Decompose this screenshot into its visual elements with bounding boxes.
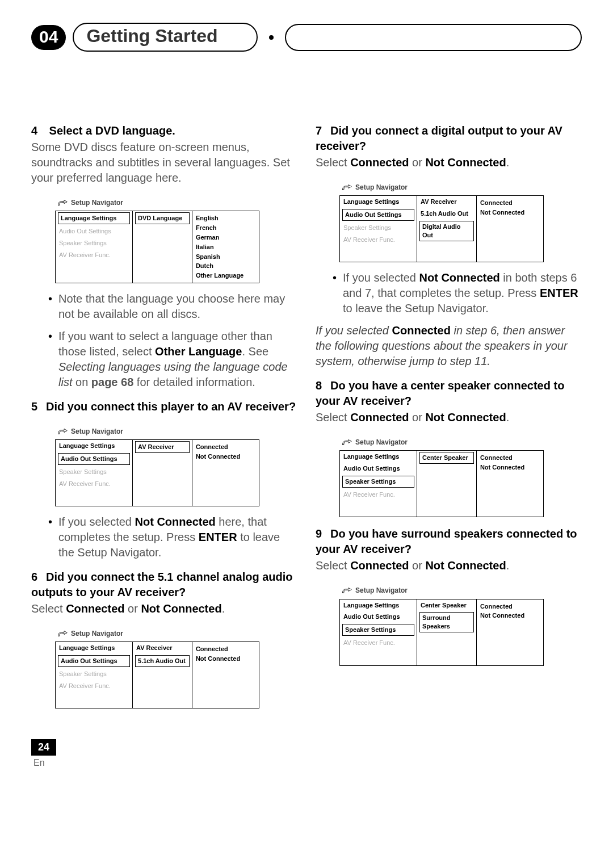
nav-left-item: Speaker Settings xyxy=(342,476,414,488)
nav-step4: Setup Navigator Language SettingsAudio O… xyxy=(55,197,259,283)
nav-left-item: Language Settings xyxy=(340,599,417,611)
nav-mid-item: AV Receiver xyxy=(417,196,476,208)
nav-right-item: French xyxy=(196,223,255,233)
page-lang: En xyxy=(33,758,582,768)
nav-right-item: Not Connected xyxy=(480,611,540,620)
nav-right-item: Not Connected xyxy=(480,463,540,472)
nav-left-item: Speaker Settings xyxy=(342,624,414,636)
chapter-number: 04 xyxy=(31,25,66,50)
nav-step6: Setup Navigator Language SettingsAudio O… xyxy=(55,628,259,708)
step4-body: Some DVD discs feature on-screen menus, … xyxy=(31,140,297,186)
nav-mid-item: AV Receiver xyxy=(133,642,192,654)
nav-left-item: AV Receiver Func. xyxy=(340,637,417,649)
nav-title: Setup Navigator xyxy=(71,198,123,207)
page-footer: 24 En xyxy=(31,739,582,768)
nav-left-item: AV Receiver Func. xyxy=(340,234,417,246)
nav-left-item: Language Settings xyxy=(56,440,132,452)
nav-mid-item: DVD Language xyxy=(135,212,190,224)
nav-mid-item: AV Receiver xyxy=(135,441,190,453)
step6-head: 6Did you connect the 5.1 channel analog … xyxy=(31,569,297,600)
nav-right-item: German xyxy=(196,233,255,242)
nav-step9: Setup Navigator Language SettingsAudio O… xyxy=(339,585,544,665)
chapter-title: Getting Started xyxy=(86,26,217,46)
nav-left-item: AV Receiver Func. xyxy=(56,478,132,490)
nav-mid-item: Digital Audio Out xyxy=(419,221,474,241)
step4-head: 4 Select a DVD language. xyxy=(31,123,297,139)
step4-title: Select a DVD language. xyxy=(49,124,175,137)
nav-left-item: AV Receiver Func. xyxy=(56,680,132,692)
nav-left-item: Audio Out Settings xyxy=(58,655,130,667)
nav-left-item: Speaker Settings xyxy=(56,668,132,680)
setup-navigator-icon xyxy=(342,439,352,446)
nav-step5: Setup Navigator Language SettingsAudio O… xyxy=(55,426,259,506)
setup-navigator-icon xyxy=(57,630,68,637)
step7-head: 7Did you connect a digital output to you… xyxy=(316,123,582,154)
nav-right-item: Not Connected xyxy=(196,452,255,462)
nav-left-item: Audio Out Settings xyxy=(340,611,417,623)
left-column: 4 Select a DVD language. Some DVD discs … xyxy=(31,114,297,716)
header-empty-pill xyxy=(285,24,582,51)
nav-mid-item: Surround Speakers xyxy=(419,612,474,632)
nav-right-item: Connected xyxy=(480,602,540,611)
nav-left-item: Speaker Settings xyxy=(340,222,417,234)
nav-left-item: Speaker Settings xyxy=(56,237,132,249)
step7-bullet1: If you selected Not Connected in both st… xyxy=(333,270,582,316)
nav-left-item: AV Receiver Func. xyxy=(340,489,417,501)
setup-navigator-icon xyxy=(342,184,352,191)
nav-step7: Setup Navigator Language SettingsAudio O… xyxy=(339,182,544,262)
nav-title: Setup Navigator xyxy=(355,586,408,595)
nav-right-item: Connected xyxy=(480,453,540,463)
step7-note: If you selected Connected in step 6, the… xyxy=(316,323,582,369)
setup-navigator-icon xyxy=(57,428,68,435)
step8-head: 8Do you have a center speaker connected … xyxy=(316,378,582,409)
nav-mid-item: 5.1ch Audio Out xyxy=(417,208,476,220)
nav-step8: Setup Navigator Language SettingsAudio O… xyxy=(339,437,544,517)
nav-left-item: Audio Out Settings xyxy=(340,463,417,475)
nav-title: Setup Navigator xyxy=(355,438,408,447)
nav-right-item: English xyxy=(196,213,255,223)
nav-right-item: Dutch xyxy=(196,261,255,271)
step4-num: 4 xyxy=(31,123,46,139)
setup-navigator-icon xyxy=(57,199,68,206)
nav-right-item: Connected xyxy=(196,644,255,654)
nav-left-item: Speaker Settings xyxy=(56,466,132,478)
nav-title: Setup Navigator xyxy=(71,427,123,436)
nav-left-item: Language Settings xyxy=(340,451,417,463)
nav-left-item: AV Receiver Func. xyxy=(56,249,132,261)
nav-mid-item: Center Speaker xyxy=(417,599,476,611)
nav-mid-item: Center Speaker xyxy=(419,452,474,464)
nav-right-item: Connected xyxy=(480,198,540,208)
setup-navigator-icon xyxy=(342,587,352,594)
right-column: 7Did you connect a digital output to you… xyxy=(316,114,582,716)
nav-mid-item: 5.1ch Audio Out xyxy=(135,655,190,667)
nav-left-item: Audio Out Settings xyxy=(58,453,130,465)
nav-left-item: Language Settings xyxy=(58,212,130,224)
step6-select: Select Connected or Not Connected. xyxy=(31,601,297,617)
nav-title: Setup Navigator xyxy=(355,183,408,192)
chapter-title-pill: Getting Started xyxy=(73,23,257,52)
nav-right-item: Other Language xyxy=(196,271,255,280)
nav-left-item: Audio Out Settings xyxy=(56,225,132,237)
nav-right-item: Connected xyxy=(196,442,255,452)
step5-head: 5Did you connect this player to an AV re… xyxy=(31,399,297,414)
nav-right-item: Not Connected xyxy=(196,654,255,664)
step9-head: 9Do you have surround speakers connected… xyxy=(316,526,582,557)
nav-left-item: Audio Out Settings xyxy=(342,209,414,221)
step4-bullet2: If you want to select a language other t… xyxy=(48,329,297,390)
nav-left-item: Language Settings xyxy=(340,196,417,208)
step4-bullet1: Note that the language you choose here m… xyxy=(48,291,297,322)
step5-bullet1: If you selected Not Connected here, that… xyxy=(48,514,297,560)
nav-right-item: Italian xyxy=(196,242,255,252)
nav-right-item: Spanish xyxy=(196,252,255,262)
decor-dot xyxy=(269,35,274,40)
nav-title: Setup Navigator xyxy=(71,629,123,638)
page-header: 04 Getting Started xyxy=(31,23,582,52)
nav-right-item: Not Connected xyxy=(480,208,540,217)
nav-left-item: Language Settings xyxy=(56,642,132,654)
page-number: 24 xyxy=(31,739,56,756)
